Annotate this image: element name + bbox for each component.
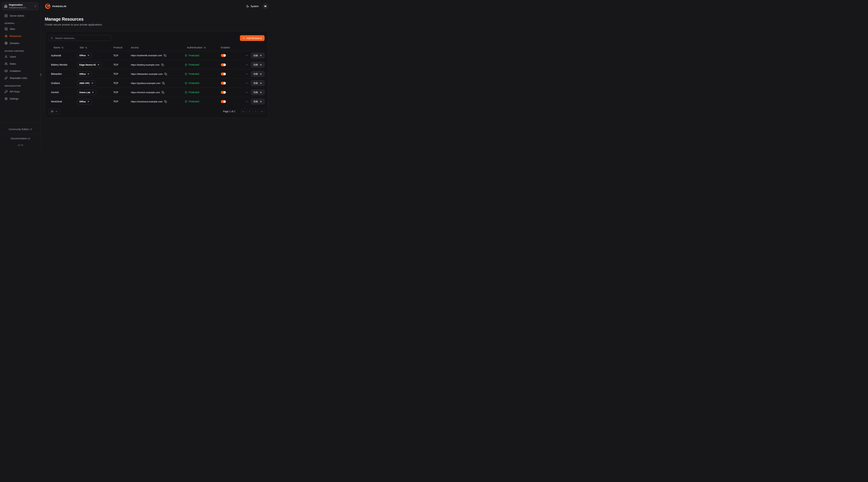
- edit-button[interactable]: Edit: [251, 53, 265, 58]
- sort-icon: [61, 46, 64, 49]
- sidebar-item-label: Resources: [10, 35, 21, 37]
- sidebar-item-domains[interactable]: Domains: [2, 41, 38, 46]
- access-url: https://grafana.example.com: [131, 82, 160, 85]
- key-icon: [4, 90, 8, 93]
- column-header-name[interactable]: Name: [51, 46, 77, 49]
- org-selector[interactable]: Organization milo@fossorial.io's ...: [2, 2, 38, 10]
- row-menu-button[interactable]: [245, 54, 249, 57]
- enabled-toggle[interactable]: [221, 91, 226, 94]
- section-label-general: GENERAL: [2, 22, 38, 24]
- protocol: TCP: [113, 82, 131, 85]
- toggle-knob: [223, 54, 226, 57]
- toggle-knob: [223, 64, 226, 66]
- sidebar-resize-handle[interactable]: [40, 73, 41, 76]
- plus-icon: [243, 37, 245, 39]
- documentation-label: Documentation: [11, 136, 27, 140]
- copy-button[interactable]: [162, 91, 164, 94]
- toggle-knob: [223, 91, 226, 94]
- first-page-button[interactable]: [241, 109, 246, 114]
- edit-button[interactable]: Edit: [251, 80, 265, 86]
- site-name: Home Lab: [79, 91, 90, 94]
- chevrons-up-down-icon: [34, 5, 37, 7]
- column-header-site[interactable]: Site: [77, 46, 113, 49]
- theme-switcher[interactable]: System: [246, 5, 259, 8]
- arrow-right-icon: [259, 100, 262, 103]
- arrow-up-right-icon: [87, 73, 89, 75]
- chevron-down-icon: [55, 110, 58, 113]
- sidebar-item-label: Settings: [10, 97, 19, 100]
- enabled-toggle[interactable]: [221, 63, 226, 66]
- column-label: Authentication: [187, 46, 203, 49]
- enabled-toggle[interactable]: [221, 72, 226, 75]
- waypoints-icon: [4, 35, 8, 38]
- edit-label: Edit: [254, 100, 258, 103]
- search-input[interactable]: [49, 35, 111, 41]
- sidebar-item-roles[interactable]: Roles: [2, 61, 38, 66]
- sidebar-item-invitations[interactable]: Invitations: [2, 68, 38, 73]
- site-link[interactable]: Office: [77, 99, 92, 104]
- copy-button[interactable]: [161, 64, 164, 66]
- avatar-initial: M: [265, 5, 267, 8]
- site-link[interactable]: Home Lab: [77, 90, 96, 95]
- copy-icon: [162, 82, 165, 85]
- sidebar-item-sites[interactable]: Sites: [2, 26, 38, 32]
- add-resource-button[interactable]: Add Resource: [240, 35, 265, 41]
- sidebar-item-server-admin[interactable]: Server Admin: [2, 13, 38, 19]
- column-header-authentication[interactable]: Authentication: [185, 46, 221, 49]
- avatar[interactable]: M: [262, 3, 268, 9]
- copy-button[interactable]: [164, 54, 166, 57]
- row-menu-button[interactable]: [245, 72, 249, 76]
- site-link[interactable]: AWS VPC: [77, 81, 96, 86]
- community-edition-link[interactable]: Community Edition: [0, 125, 41, 134]
- sidebar-item-label: Users: [10, 55, 16, 58]
- edit-button[interactable]: Edit: [251, 71, 265, 77]
- table-row: Grafana AWS VPC TCP https://grafana.exam…: [49, 78, 265, 88]
- row-menu-button[interactable]: [245, 100, 249, 103]
- copy-button[interactable]: [164, 73, 167, 75]
- topbar-right: System M: [246, 3, 268, 9]
- resource-name: Nextcloud: [51, 100, 77, 103]
- prev-page-button[interactable]: [247, 109, 252, 114]
- sidebar: Organization milo@fossorial.io's ... Ser…: [0, 0, 41, 149]
- arrow-up-right-icon: [87, 100, 89, 103]
- theme-label: System: [250, 5, 259, 8]
- copy-button[interactable]: [162, 82, 165, 85]
- row-menu-button[interactable]: [245, 63, 249, 66]
- enabled-toggle[interactable]: [221, 54, 226, 57]
- arrow-right-icon: [259, 91, 262, 94]
- community-edition-label: Community Edition: [9, 127, 29, 131]
- edit-label: Edit: [254, 72, 258, 75]
- copy-button[interactable]: [164, 100, 167, 103]
- enabled-toggle[interactable]: [221, 100, 226, 103]
- enabled-toggle[interactable]: [221, 82, 226, 85]
- page-size-select[interactable]: 20: [49, 108, 60, 114]
- site-name: Office: [79, 73, 86, 75]
- edit-button[interactable]: Edit: [251, 62, 265, 67]
- column-header-protocol: Protocol: [113, 46, 131, 49]
- row-menu-button[interactable]: [245, 82, 249, 85]
- column-header-access: Access: [131, 46, 185, 49]
- sidebar-item-settings[interactable]: Settings: [2, 96, 38, 101]
- column-label: Enabled: [221, 46, 230, 49]
- last-page-button[interactable]: [259, 109, 265, 114]
- sidebar-item-api-keys[interactable]: API Keys: [2, 89, 38, 94]
- auth-status: Protected: [189, 54, 199, 57]
- ellipsis-icon: [246, 64, 248, 66]
- next-page-button[interactable]: [253, 109, 258, 114]
- edit-button[interactable]: Edit: [251, 99, 265, 104]
- site-link[interactable]: Office: [77, 71, 92, 77]
- brand-logo[interactable]: PANGOLIN: [45, 3, 66, 9]
- sidebar-item-shareable-links[interactable]: Shareable Links: [2, 75, 38, 81]
- sidebar-item-users[interactable]: Users: [2, 54, 38, 59]
- site-link[interactable]: Office: [77, 53, 92, 58]
- chevrons-left-icon: [242, 110, 245, 113]
- row-menu-button[interactable]: [245, 91, 249, 94]
- table-row: Immich Home Lab TCP https://immich.examp…: [49, 88, 265, 97]
- auth-status: Protected: [189, 100, 199, 103]
- site-link[interactable]: Edge Device 01: [77, 62, 102, 67]
- documentation-link[interactable]: Documentation: [0, 134, 41, 143]
- resource-name: Bitwarden: [51, 72, 77, 75]
- edit-label: Edit: [254, 63, 258, 66]
- sidebar-item-resources[interactable]: Resources: [2, 33, 38, 39]
- edit-button[interactable]: Edit: [251, 90, 265, 95]
